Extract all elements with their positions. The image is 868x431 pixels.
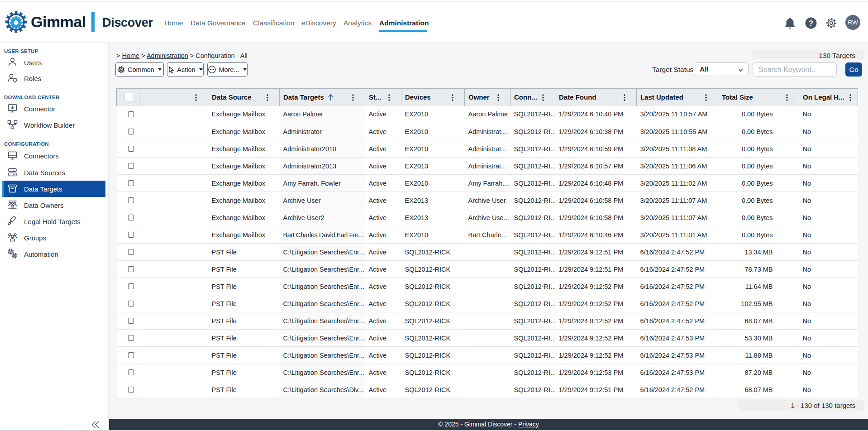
svg-text:?: ? — [809, 19, 813, 27]
